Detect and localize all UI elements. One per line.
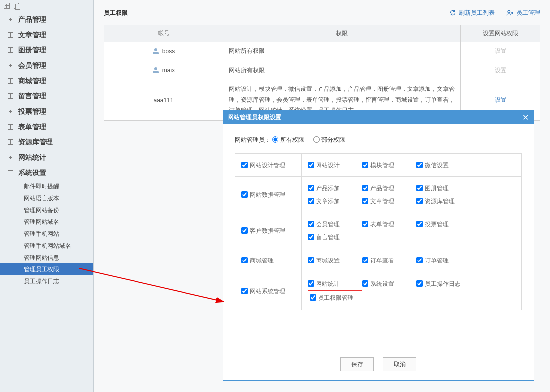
sidebar-subitem-10-3[interactable]: 管理网站域名: [0, 216, 93, 228]
perm-item-checkbox[interactable]: [362, 162, 368, 168]
perm-item[interactable]: 网站设计: [308, 159, 362, 172]
sidebar-subitem-10-4[interactable]: 管理手机网站: [0, 228, 93, 240]
sidebar-item-10[interactable]: 系统设置: [0, 165, 93, 180]
expand-icon[interactable]: [8, 78, 13, 84]
perm-item[interactable]: 微信设置: [416, 159, 471, 172]
sidebar-subitem-10-5[interactable]: 管理手机网站域名: [0, 240, 93, 252]
perm-item-checkbox[interactable]: [362, 221, 368, 227]
perm-item-checkbox[interactable]: [416, 257, 423, 263]
perm-item-checkbox[interactable]: [308, 162, 314, 168]
sidebar-item-3[interactable]: 会员管理: [0, 58, 93, 73]
person-icon: [152, 67, 159, 73]
perm-item[interactable]: 产品添加: [308, 182, 362, 195]
sidebar-subitem-10-7[interactable]: 管理员工权限: [0, 263, 93, 275]
perm-item[interactable]: 员工权限管理: [308, 290, 362, 305]
perm-item[interactable]: 资源库管理: [416, 195, 471, 208]
sidebar-subitem-10-1[interactable]: 网站语言版本: [0, 192, 93, 204]
refresh-label: 刷新员工列表: [459, 9, 495, 17]
svg-point-1: [511, 12, 513, 14]
expand-icon[interactable]: [8, 32, 13, 38]
perm-item[interactable]: 图册管理: [416, 182, 471, 195]
perm-item-checkbox[interactable]: [416, 162, 423, 168]
perm-item[interactable]: 表单管理: [362, 218, 416, 231]
sidebar-item-4[interactable]: 商城管理: [0, 73, 93, 88]
collapse-icon[interactable]: [8, 170, 13, 175]
sidebar-subitem-10-0[interactable]: 邮件即时提醒: [0, 180, 93, 192]
sidebar-item-label: 会员管理: [18, 61, 46, 70]
sidebar-item-5[interactable]: 留言管理: [0, 88, 93, 104]
sidebar-item-2[interactable]: 图册管理: [0, 43, 93, 58]
sidebar-subitem-10-2[interactable]: 管理网站备份: [0, 204, 93, 216]
expand-icon[interactable]: [8, 109, 13, 114]
sidebar-item-label: 资源库管理: [18, 138, 53, 147]
refresh-staff-list-action[interactable]: 刷新员工列表: [449, 9, 495, 17]
cancel-button[interactable]: 取消: [383, 357, 416, 371]
page-actions: 刷新员工列表 员工管理: [449, 9, 540, 17]
sidebar-item-7[interactable]: 表单管理: [0, 119, 93, 134]
perm-item[interactable]: 模块管理: [362, 159, 416, 172]
opt-all-permissions[interactable]: 所有权限: [272, 136, 304, 143]
perm-item[interactable]: 网站统计: [308, 277, 362, 290]
perm-item-checkbox[interactable]: [362, 198, 368, 204]
expand-icon[interactable]: [8, 93, 13, 99]
perm-item-checkbox[interactable]: [416, 221, 423, 227]
perm-category-checkbox[interactable]: [241, 227, 248, 234]
expand-icon[interactable]: [8, 124, 13, 130]
col-account: 帐号: [104, 25, 223, 42]
perm-item-checkbox[interactable]: [308, 234, 314, 240]
perm-item[interactable]: 订单管理: [416, 254, 471, 267]
perm-item-checkbox[interactable]: [308, 185, 314, 191]
perm-item-checkbox[interactable]: [362, 280, 368, 287]
expand-icon[interactable]: [8, 17, 13, 22]
sidebar-subitem-10-8[interactable]: 员工操作日志: [0, 275, 93, 287]
perm-item[interactable]: 会员管理: [308, 218, 362, 231]
expand-icon[interactable]: [8, 139, 13, 145]
perm-items: 网站统计系统设置员工操作日志员工权限管理: [302, 272, 522, 310]
sidebar-item-6[interactable]: 投票管理: [0, 104, 93, 119]
staff-manage-action[interactable]: 员工管理: [506, 9, 540, 17]
perm-item-checkbox[interactable]: [310, 294, 316, 301]
perm-category-checkbox[interactable]: [241, 288, 248, 294]
perm-item-checkbox[interactable]: [308, 280, 314, 287]
perm-item[interactable]: 员工操作日志: [416, 277, 471, 290]
expand-icon[interactable]: [8, 47, 13, 53]
collapse-all-icon[interactable]: [4, 3, 10, 9]
perm-item[interactable]: 文章添加: [308, 195, 362, 208]
sidebar-subitem-10-6[interactable]: 管理网站信息: [0, 252, 93, 263]
perm-category-checkbox[interactable]: [241, 191, 248, 198]
refresh-icon: [449, 9, 456, 16]
perm-item[interactable]: 系统设置: [362, 277, 416, 290]
close-icon[interactable]: ✕: [522, 113, 529, 122]
perm-item-checkbox[interactable]: [416, 280, 423, 287]
perm-item[interactable]: 商城设置: [308, 254, 362, 267]
save-button[interactable]: 保存: [340, 357, 374, 371]
perm-item[interactable]: 投票管理: [416, 218, 471, 231]
modal-header: 网站管理员权限设置 ✕: [223, 110, 534, 124]
toggle-view-icon[interactable]: [14, 3, 20, 9]
expand-icon[interactable]: [8, 63, 13, 68]
perm-item-checkbox[interactable]: [416, 185, 423, 191]
perm-item-checkbox[interactable]: [362, 185, 368, 191]
perm-category-checkbox[interactable]: [241, 162, 248, 168]
perm-item[interactable]: 订单查看: [362, 254, 416, 267]
perm-items: 网站设计模块管理微信设置: [302, 154, 522, 177]
perm-category: 网站数据管理: [235, 177, 302, 213]
perm-item-checkbox[interactable]: [416, 198, 423, 204]
perm-category-checkbox[interactable]: [241, 257, 248, 263]
sidebar-item-0[interactable]: 产品管理: [0, 12, 93, 27]
perm-item[interactable]: 产品管理: [362, 182, 416, 195]
sidebar-item-1[interactable]: 文章管理: [0, 27, 93, 43]
perm-item-checkbox[interactable]: [308, 257, 314, 263]
staff-manage-label: 员工管理: [516, 9, 540, 17]
sidebar-item-8[interactable]: 资源库管理: [0, 134, 93, 150]
opt-partial-permissions[interactable]: 部分权限: [313, 136, 345, 143]
perm-item-checkbox[interactable]: [308, 221, 314, 227]
perm-item[interactable]: 留言管理: [308, 231, 362, 244]
perm-item[interactable]: 文章管理: [362, 195, 416, 208]
perm-item-checkbox[interactable]: [362, 257, 368, 263]
sidebar-item-label: 商城管理: [18, 77, 46, 86]
person-icon: [152, 48, 159, 54]
perm-item-checkbox[interactable]: [308, 198, 314, 204]
expand-icon[interactable]: [8, 155, 13, 160]
sidebar-item-9[interactable]: 网站统计: [0, 150, 93, 165]
